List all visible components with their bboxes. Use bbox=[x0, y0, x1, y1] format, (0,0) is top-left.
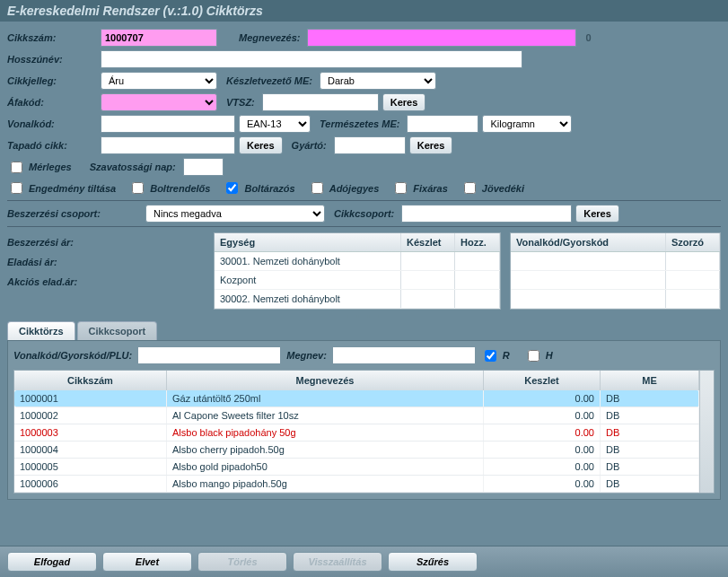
elfogad-button[interactable]: Elfogad bbox=[7, 552, 97, 572]
hosszunev-label: Hosszúnév: bbox=[7, 54, 97, 65]
szavnap-input[interactable] bbox=[183, 158, 224, 176]
barcode-h2: Szorzó bbox=[666, 233, 720, 251]
tapado-label: Tapadó cikk: bbox=[7, 140, 97, 151]
cikkcsop-input[interactable] bbox=[401, 205, 572, 223]
termme-unit-select[interactable]: Kilogramn bbox=[482, 115, 572, 133]
units-grid[interactable]: Egység Készlet Hozz. 30001. Nemzeti dohá… bbox=[214, 232, 501, 310]
vissza-button: Visszaállítás bbox=[293, 552, 382, 572]
beszcsop-select[interactable]: Nincs megadva bbox=[145, 205, 325, 223]
table-row[interactable]: 1000001Gáz utántöltő 250ml0.00DB bbox=[14, 390, 699, 407]
vtsz-label: VTSZ: bbox=[226, 97, 255, 108]
search-h-check[interactable]: H bbox=[524, 347, 553, 364]
barcode-h1: Vonalkód/Gyorskód bbox=[511, 233, 666, 251]
megnevezes-counter: 0 bbox=[585, 32, 591, 43]
gyarto-label: Gyártó: bbox=[292, 140, 327, 151]
table-row[interactable]: 1000005Alsbo gold pipadoh500.00DB bbox=[14, 459, 699, 476]
hosszunev-input[interactable] bbox=[101, 50, 522, 68]
search-r-check[interactable]: R bbox=[481, 347, 510, 364]
keszletvezeto-select[interactable]: Darab bbox=[320, 72, 436, 90]
szures-button[interactable]: Szűrés bbox=[388, 552, 478, 572]
beszcsop-label: Beszerzési csoport: bbox=[7, 208, 142, 219]
elvet-button[interactable]: Elvet bbox=[102, 552, 192, 572]
col-me[interactable]: ME bbox=[601, 371, 699, 390]
tab-cikkcsoport[interactable]: Cikkcsoport bbox=[77, 321, 158, 340]
akcios-label: Akciós elad.ár: bbox=[7, 272, 205, 292]
afakod-label: Áfakód: bbox=[7, 97, 97, 108]
vtsz-input[interactable] bbox=[262, 93, 379, 111]
cikkjelleg-select[interactable]: Áru bbox=[101, 72, 217, 90]
cikkcsop-label: Cikkcsoport: bbox=[334, 208, 394, 219]
col-keszlet[interactable]: Keszlet bbox=[484, 371, 601, 390]
units-h1: Egység bbox=[215, 233, 401, 251]
splitter-handle[interactable]: ▬▬▬ bbox=[0, 310, 728, 319]
table-row[interactable]: 1000002Al Capone Sweets filter 10sz0.00D… bbox=[14, 407, 699, 424]
search-megnev-input[interactable] bbox=[332, 346, 476, 364]
termme-label: Természetes ME: bbox=[320, 118, 399, 129]
tapado-keres-button[interactable]: Keres bbox=[239, 136, 283, 154]
search-megnev-label: Megnev: bbox=[286, 350, 327, 361]
engedmeny-check[interactable]: Engedmény tiltása bbox=[7, 179, 116, 197]
units-h3: Hozz. bbox=[455, 233, 500, 251]
units-row[interactable]: 30001. Nemzeti dohánybolt bbox=[215, 252, 500, 271]
szavnap-label: Szavatossági nap: bbox=[90, 162, 176, 172]
vonalkod-input[interactable] bbox=[101, 115, 235, 133]
ean-select[interactable]: EAN-13 bbox=[239, 115, 311, 133]
items-grid[interactable]: Cikkszám Megnevezés Keszlet ME 1000001Gá… bbox=[13, 370, 715, 494]
table-row[interactable]: 1000004Alsbo cherry pipadoh.50g0.00DB bbox=[14, 441, 699, 459]
eladar-label: Eladási ár: bbox=[7, 252, 205, 272]
jovedeki-check[interactable]: Jövedéki bbox=[460, 179, 524, 197]
beszar-label: Beszerzési ár: bbox=[7, 232, 205, 252]
megnevezes-input[interactable] bbox=[307, 29, 576, 47]
table-row[interactable]: 1000006Alsbo mango pipadoh.50g0.00DB bbox=[14, 476, 699, 493]
termme-input[interactable] bbox=[407, 115, 478, 133]
cikkszam-input[interactable] bbox=[101, 29, 217, 47]
boltrendelos-check[interactable]: Boltrendelős bbox=[128, 179, 210, 197]
cikkszam-label: Cikkszám: bbox=[7, 32, 97, 43]
fixaras-check[interactable]: Fixáras bbox=[391, 179, 448, 197]
keszletvezeto-label: Készletvezető ME: bbox=[226, 75, 312, 86]
boltarazos-check[interactable]: Boltárazós bbox=[223, 179, 294, 197]
torles-button: Törlés bbox=[197, 552, 287, 572]
units-row[interactable]: Kozpont bbox=[215, 271, 500, 290]
search-vonalkod-input[interactable] bbox=[137, 346, 281, 364]
col-cikkszam[interactable]: Cikkszám bbox=[14, 371, 167, 390]
search-vonalkod-label: Vonalkód/Gyorskód/PLU: bbox=[13, 350, 132, 361]
tab-cikktorzs[interactable]: Cikktörzs bbox=[7, 321, 75, 340]
gyarto-input[interactable] bbox=[334, 136, 406, 154]
units-h2: Készlet bbox=[401, 233, 455, 251]
barcode-grid[interactable]: Vonalkód/Gyorskód Szorzó bbox=[510, 232, 721, 310]
window-title: E-kereskedelmi Rendszer (v.:1.0) Cikktör… bbox=[0, 0, 728, 22]
table-row[interactable]: 1000003Alsbo black pipadohány 50g0.00DB bbox=[14, 424, 699, 441]
col-megnevezes[interactable]: Megnevezés bbox=[167, 371, 484, 390]
afakod-select[interactable] bbox=[101, 93, 217, 111]
vtsz-keres-button[interactable]: Keres bbox=[382, 93, 426, 111]
units-row[interactable]: 30002. Nemzeti dohánybolt bbox=[215, 290, 500, 309]
gyarto-keres-button[interactable]: Keres bbox=[409, 136, 453, 154]
vonalkod-label: Vonalkód: bbox=[7, 118, 97, 129]
merleges-check[interactable]: Mérleges bbox=[7, 159, 72, 176]
tapado-input[interactable] bbox=[101, 136, 235, 154]
cikkjelleg-label: Cikkjelleg: bbox=[7, 75, 97, 86]
grid-scrollbar[interactable] bbox=[699, 371, 714, 493]
cikkcsop-keres-button[interactable]: Keres bbox=[575, 205, 619, 223]
adojegyes-check[interactable]: Adójegyes bbox=[308, 179, 380, 197]
megnevezes-label: Megnevezés: bbox=[239, 32, 300, 43]
